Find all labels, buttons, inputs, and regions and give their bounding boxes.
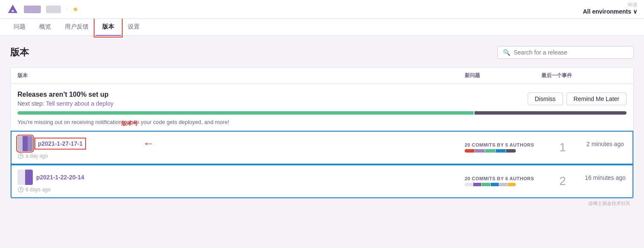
sentry-logo	[7, 3, 19, 15]
commits-cell: 20 COMMITS BY 5 AUTHORS	[465, 142, 541, 153]
setup-next-step: Next step: Tell sentry about a deploy	[17, 100, 113, 107]
watermark: @稀土掘金技术社区	[10, 199, 634, 208]
metrics-row: 2 16 minutes ago	[541, 174, 627, 188]
dismiss-button[interactable]: Dismiss	[528, 92, 563, 105]
release-version-row: p2021-1-27-17-1	[17, 136, 465, 151]
new-issues-cell: 2	[541, 174, 584, 188]
author-bar	[465, 183, 516, 186]
time-ago-label: a day ago	[26, 153, 48, 159]
page-title: 版本	[10, 46, 29, 59]
author-seg-3	[482, 183, 490, 186]
search-icon: 🔍	[503, 49, 510, 56]
clock-icon: 🕐	[17, 153, 24, 159]
env-selector[interactable]: All environments ∨	[583, 8, 637, 15]
star-icon: ★	[72, 5, 78, 13]
commits-cell: 20 COMMITS BY 6 AUTHORS	[465, 176, 541, 186]
search-box[interactable]: 🔍	[497, 46, 634, 59]
tab-releases[interactable]: 版本	[95, 19, 121, 36]
commits-label: 20 COMMITS BY 6 AUTHORS	[465, 176, 541, 181]
author-seg-2	[475, 149, 485, 153]
top-bar: · ★ 环境 All environments ∨	[0, 0, 644, 19]
sidebar-item-overview[interactable]: 概览	[32, 19, 58, 36]
next-step-prefix: Next step:	[17, 100, 44, 107]
sidebar-item-feedback[interactable]: 用户反馈	[58, 19, 95, 36]
table-row[interactable]: p2021-1-22-20-14 🕐 6 days ago 20 COMMITS…	[11, 164, 633, 198]
svg-point-1	[12, 10, 14, 12]
last-event-cell: 2 minutes ago	[584, 141, 627, 154]
project-badge	[46, 6, 61, 13]
avatar	[17, 170, 33, 185]
progress-bar	[17, 111, 627, 115]
release-version-cell: p2021-1-22-20-14 🕐 6 days ago	[17, 170, 465, 193]
author-seg-2	[473, 183, 481, 186]
release-time: 🕐 6 days ago	[17, 187, 465, 193]
org-badge	[24, 6, 41, 13]
col-header-new-issues: 新问题	[465, 72, 541, 79]
progress-dark-segment	[474, 111, 627, 115]
author-seg-1	[465, 149, 474, 153]
page-header: 版本 🔍	[10, 46, 634, 59]
sub-nav: 问题 概览 用户反馈 版本 设置	[0, 19, 644, 36]
setup-header-row: Releases aren't 100% set up Next step: T…	[17, 91, 627, 107]
author-seg-5	[499, 183, 507, 186]
setup-title: Releases aren't 100% set up	[17, 91, 113, 98]
avatar	[17, 136, 33, 151]
setup-title-area: Releases aren't 100% set up Next step: T…	[17, 91, 113, 107]
setup-description: You're missing out on receiving notifica…	[17, 119, 627, 125]
new-issues-cell: 1	[541, 141, 584, 154]
release-version-cell: p2021-1-27-17-1 🕐 a day ago	[17, 136, 465, 159]
col-header-version: 版本	[17, 72, 465, 79]
env-label: 环境	[628, 2, 637, 8]
author-seg-4	[491, 183, 499, 186]
setup-actions: Dismiss Remind Me Later	[528, 92, 627, 105]
setup-banner: Releases aren't 100% set up Next step: T…	[11, 84, 633, 131]
version-link[interactable]: p2021-1-27-17-1	[36, 139, 84, 148]
top-bar-left: · ★	[7, 3, 637, 15]
metrics-row: 1 2 minutes ago	[541, 141, 627, 154]
author-seg-6	[508, 183, 516, 186]
search-input[interactable]	[514, 49, 628, 56]
author-seg-4	[496, 149, 506, 153]
release-version-row: p2021-1-22-20-14	[17, 170, 465, 185]
clock-icon: 🕐	[17, 187, 24, 193]
chevron-down-icon: ∨	[633, 8, 637, 15]
next-step-link[interactable]: Tell sentry about a deploy	[46, 100, 114, 107]
commits-label: 20 COMMITS BY 5 AUTHORS	[465, 142, 541, 147]
table-row[interactable]: 版本号 ← p2021-1-27-17-1 🕐 a day ago	[11, 131, 633, 164]
release-time: 🕐 a day ago	[17, 153, 465, 159]
page-content: 版本 🔍 版本 新问题 最后一个事件 Releases aren't 100% …	[0, 36, 644, 248]
env-selector-label: All environments	[583, 8, 631, 15]
sidebar-item-issues[interactable]: 问题	[7, 19, 32, 36]
author-seg-3	[485, 149, 495, 153]
author-seg-5	[506, 149, 516, 153]
version-link[interactable]: p2021-1-22-20-14	[36, 174, 84, 181]
table-header: 版本 新问题 最后一个事件	[11, 68, 633, 84]
progress-green-segment	[17, 111, 474, 115]
last-event-cell: 16 minutes ago	[584, 174, 627, 188]
remind-later-button[interactable]: Remind Me Later	[566, 92, 627, 105]
time-ago-label: 6 days ago	[26, 187, 51, 193]
release-table: 版本 新问题 最后一个事件 Releases aren't 100% set u…	[10, 67, 634, 199]
separator: ·	[66, 6, 67, 12]
sidebar-item-settings[interactable]: 设置	[121, 19, 147, 36]
col-header-last-event: 最后一个事件	[541, 72, 627, 79]
author-bar	[465, 149, 516, 153]
author-seg-1	[465, 183, 473, 186]
